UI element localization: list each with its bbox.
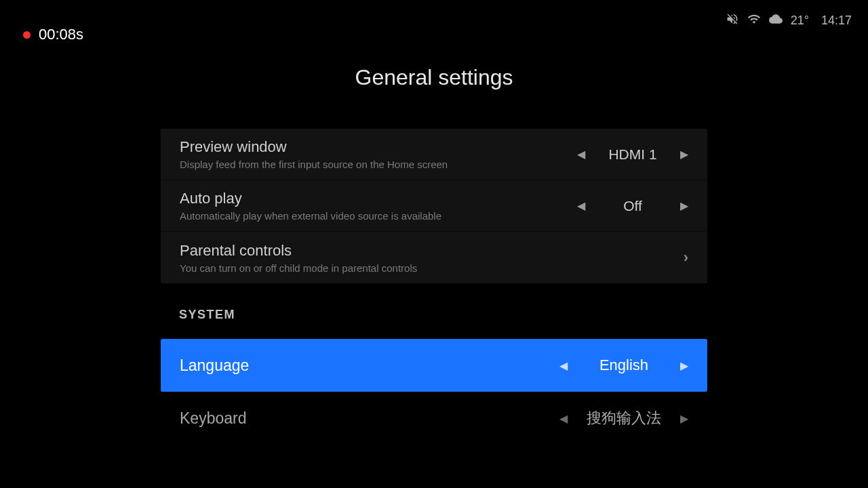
row-auto-play[interactable]: Auto play Automatically play when extern… <box>161 180 707 232</box>
row-parental-controls[interactable]: Parental controls You can turn on or off… <box>161 232 707 283</box>
row-control: ◀ Off ▶ <box>546 198 688 214</box>
temperature-value: 21° <box>791 14 809 28</box>
arrow-right-icon[interactable]: ▶ <box>680 199 688 212</box>
row-language[interactable]: Language ◀ English ▶ <box>161 339 707 392</box>
wifi-icon <box>747 12 761 29</box>
row-title: Preview window <box>180 138 546 156</box>
chevron-right-icon: › <box>684 249 688 266</box>
record-dot-icon <box>23 31 31 39</box>
row-value: Off <box>606 198 660 214</box>
row-preview-window[interactable]: Preview window Display feed from the fir… <box>161 129 707 180</box>
mute-icon <box>726 12 739 29</box>
arrow-left-icon[interactable]: ◀ <box>577 148 585 161</box>
recording-indicator: 00:08s <box>23 26 83 43</box>
row-value: 搜狗输入法 <box>587 408 661 428</box>
weather-icon <box>769 12 783 29</box>
row-text: Auto play Automatically play when extern… <box>180 190 546 222</box>
row-value: HDMI 1 <box>606 146 660 163</box>
general-settings-panel: Preview window Display feed from the fir… <box>161 129 707 283</box>
system-settings-panel: Language ◀ English ▶ Keyboard ◀ 搜狗输入法 ▶ <box>161 339 707 445</box>
row-desc: Display feed from the first input source… <box>180 159 546 170</box>
arrow-left-icon[interactable]: ◀ <box>559 412 568 425</box>
row-control: ◀ HDMI 1 ▶ <box>546 146 688 163</box>
arrow-right-icon[interactable]: ▶ <box>680 412 688 425</box>
clock-time: 14:17 <box>821 14 852 28</box>
row-keyboard[interactable]: Keyboard ◀ 搜狗输入法 ▶ <box>161 392 707 445</box>
row-value: English <box>587 357 661 374</box>
section-header-system: SYSTEM <box>179 308 235 322</box>
row-control: ◀ 搜狗输入法 ▶ <box>546 408 688 428</box>
row-control: › <box>546 249 688 266</box>
recording-time: 00:08s <box>39 26 83 43</box>
row-control: ◀ English ▶ <box>546 357 688 374</box>
arrow-right-icon[interactable]: ▶ <box>680 359 688 372</box>
row-desc: You can turn on or off child mode in par… <box>180 262 546 274</box>
arrow-left-icon[interactable]: ◀ <box>577 199 585 212</box>
status-bar: 21° 14:17 <box>726 12 852 29</box>
row-text: Preview window Display feed from the fir… <box>180 138 546 170</box>
row-desc: Automatically play when external video s… <box>180 210 546 222</box>
row-title: Language <box>180 357 546 375</box>
row-text: Parental controls You can turn on or off… <box>180 242 546 274</box>
arrow-left-icon[interactable]: ◀ <box>559 359 568 372</box>
arrow-right-icon[interactable]: ▶ <box>680 148 688 161</box>
row-title: Parental controls <box>180 242 546 260</box>
page-title: General settings <box>0 65 868 90</box>
row-title: Auto play <box>180 190 546 207</box>
row-title: Keyboard <box>180 409 546 428</box>
